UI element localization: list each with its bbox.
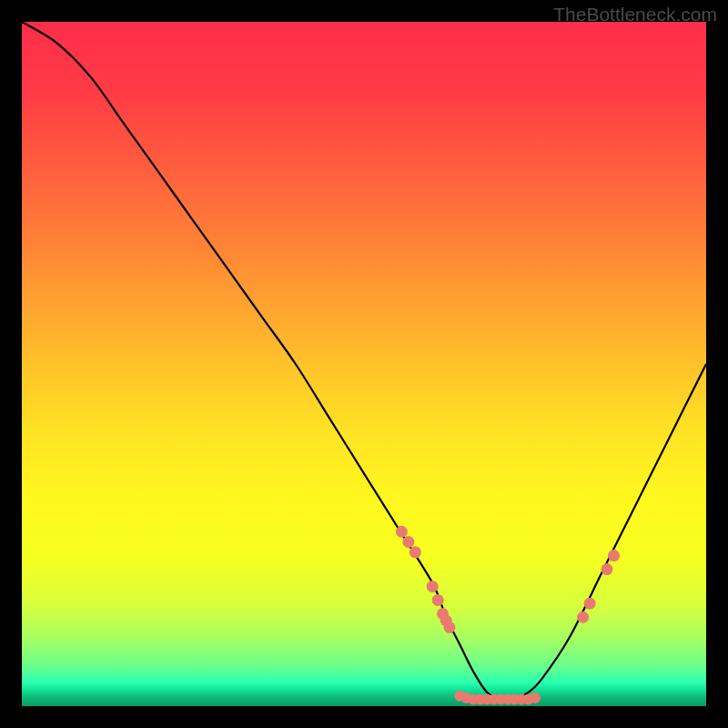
data-marker <box>410 546 421 558</box>
data-marker <box>427 581 439 592</box>
data-marker <box>530 693 541 703</box>
data-marker <box>608 550 620 561</box>
chart-curve-layer <box>22 22 706 706</box>
data-marker <box>402 536 414 548</box>
watermark-text: TheBottleneck.com <box>553 4 717 25</box>
data-marker <box>432 594 444 606</box>
data-marker <box>601 563 612 575</box>
data-marker <box>584 598 596 610</box>
data-markers <box>396 526 620 705</box>
data-marker <box>444 622 456 633</box>
data-marker <box>396 526 408 538</box>
bottleneck-curve <box>22 22 706 700</box>
data-marker <box>577 612 589 623</box>
chart-plot-area <box>22 22 706 706</box>
